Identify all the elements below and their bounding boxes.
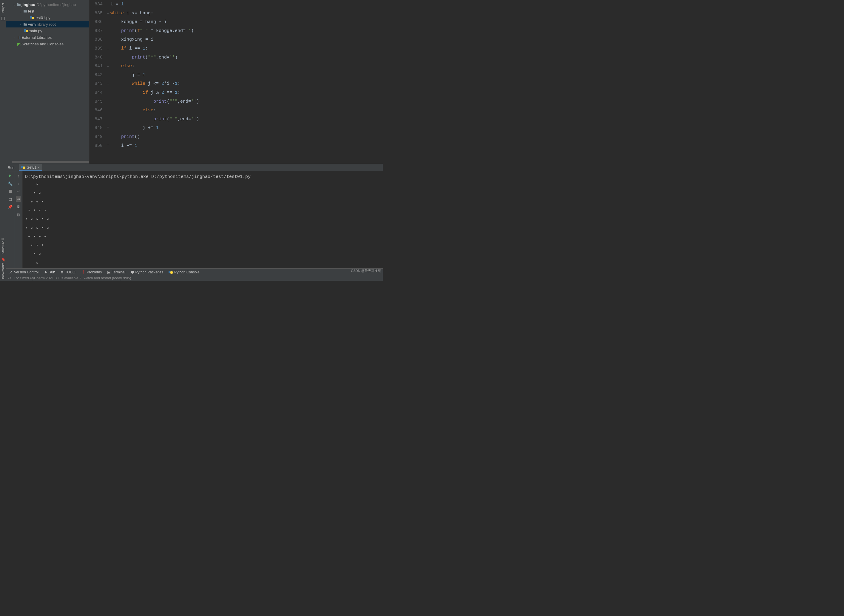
version-control-tab[interactable]: ⎇ Version Control [8, 270, 38, 274]
python-console-tab[interactable]: Python Console [169, 270, 199, 274]
notification-icon[interactable]: 🗨 [8, 276, 11, 280]
fold-toggle[interactable] [106, 106, 110, 115]
project-pane: ⌄ jinghao D:\pythonitems\jinghao ⌄ test … [6, 0, 89, 164]
fold-toggle[interactable]: ⌄ [106, 44, 110, 53]
python-packages-tab[interactable]: ⬢ Python Packages [131, 270, 163, 274]
close-icon[interactable]: × [38, 165, 40, 170]
fold-toggle[interactable]: ⌃ [106, 141, 110, 150]
fold-toggle[interactable] [106, 115, 110, 124]
python-file-icon [23, 29, 29, 33]
layout-icon[interactable]: ▤ [7, 197, 13, 202]
fold-toggle[interactable] [106, 88, 110, 97]
chevron-right-icon[interactable]: › [19, 23, 23, 26]
run-tab-name: test01 [26, 165, 37, 170]
code-line[interactable]: while j <= 2*i -1: [110, 79, 383, 88]
list-icon: ≣ [60, 270, 63, 274]
run-tab-bottom[interactable]: Run [44, 270, 55, 274]
run-tab[interactable]: test01 × [19, 164, 42, 171]
play-icon [45, 271, 47, 273]
fold-toggle[interactable]: ⌄ [106, 9, 110, 18]
fold-toggle[interactable] [106, 97, 110, 106]
tool-icon[interactable] [1, 17, 5, 20]
fold-toggle[interactable]: ⌄ [106, 79, 110, 88]
scratches-icon: ◩ [16, 42, 22, 46]
fold-toggle[interactable] [106, 132, 110, 141]
tree-file-test01[interactable]: test01.py [6, 14, 89, 21]
run-toolbar-left: 🔧 ▤ 📌 [6, 171, 14, 268]
warning-icon: ❗ [81, 270, 85, 274]
watermark: CSDN @景天科技苑 [351, 268, 381, 273]
code-line[interactable]: else: [110, 62, 383, 71]
status-bar: 🗨 Localized PyCharm 2021.3.1 is availabl… [6, 276, 383, 281]
svg-rect-0 [9, 190, 12, 193]
fold-toggle[interactable] [106, 35, 110, 44]
fold-toggle[interactable] [106, 0, 110, 9]
console-output[interactable]: D:\pythonitems\jinghao\venv\Scripts\pyth… [23, 171, 383, 268]
down-arrow-icon[interactable]: ↓ [16, 181, 21, 186]
run-toolbar-right: ↑ ↓ ⤶ ⇥ 🖶 🗑 [14, 171, 23, 268]
chevron-down-icon[interactable]: ⌄ [12, 3, 16, 6]
packages-icon: ⬢ [131, 270, 134, 274]
print-icon[interactable]: 🖶 [16, 204, 21, 210]
code-line[interactable]: xingxing = i [110, 35, 383, 44]
chevron-down-icon[interactable]: ⌄ [19, 10, 23, 13]
tree-file-main[interactable]: main.py [6, 28, 89, 34]
tree-scratches[interactable]: ◩ Scratches and Consoles [6, 41, 89, 47]
code-editor[interactable]: 8348358368378388398408418428438448458468… [89, 0, 383, 164]
run-header-label: Run: [8, 166, 15, 170]
todo-tab[interactable]: ≣ TODO [60, 270, 75, 274]
code-line[interactable]: if j % 2 == 1: [110, 88, 383, 97]
bookmarks-tool-tab[interactable]: Bookmarks 🔖 [1, 256, 5, 281]
up-arrow-icon[interactable]: ↑ [16, 173, 21, 179]
structure-tool-tab[interactable]: Structure ⠿ [1, 236, 5, 256]
python-icon [169, 270, 173, 274]
code-line[interactable]: if i == 1: [110, 44, 383, 53]
tree-root-path: D:\pythonitems\jinghao [37, 2, 76, 7]
left-tool-strip: Project Structure ⠿ Bookmarks 🔖 [0, 0, 6, 281]
fold-toggle[interactable] [106, 26, 110, 35]
soft-wrap-icon[interactable]: ⤶ [16, 189, 21, 194]
code-line[interactable]: else: [110, 106, 383, 115]
fold-toggle[interactable]: ⌃ [106, 123, 110, 132]
tree-folder-venv[interactable]: › venv library root [6, 21, 89, 28]
run-tool-window: Run: test01 × 🔧 ▤ 📌 ↑ ↓ ⤶ [6, 164, 383, 268]
code-line[interactable]: print(f" " * kongge,end='') [110, 26, 383, 35]
bottom-toolbar: ⎇ Version Control Run ≣ TODO ❗ Problems … [6, 268, 383, 276]
code-line[interactable]: j = 1 [110, 71, 383, 80]
tree-root-name: jinghao [22, 2, 35, 7]
code-line[interactable]: kongge = hang - i [110, 18, 383, 26]
scroll-to-end-icon[interactable]: ⇥ [16, 197, 21, 202]
wrench-icon[interactable]: 🔧 [7, 181, 13, 186]
fold-column[interactable]: ⌄⌄⌄⌄⌃⌃ [106, 0, 110, 164]
horizontal-scrollbar[interactable] [12, 161, 89, 163]
fold-toggle[interactable]: ⌄ [106, 62, 110, 71]
stop-button[interactable] [7, 189, 13, 194]
code-line[interactable]: print("*",end='') [110, 97, 383, 106]
problems-tab[interactable]: ❗ Problems [81, 270, 102, 274]
rerun-button[interactable] [7, 173, 13, 179]
python-file-icon [21, 165, 25, 170]
code-line[interactable]: print() [110, 132, 383, 141]
code-line[interactable]: i = 1 [110, 0, 383, 9]
status-message: Localized PyCharm 2021.3.1 is available … [14, 276, 131, 280]
python-file-icon [29, 16, 35, 20]
fold-toggle[interactable] [106, 18, 110, 26]
pin-icon[interactable]: 📌 [7, 204, 13, 210]
branch-icon: ⎇ [8, 270, 13, 274]
gutter-line-numbers: 8348358368378388398408418428438448458468… [89, 0, 106, 164]
code-line[interactable]: while i <= hang: [110, 9, 383, 18]
fold-toggle[interactable] [106, 53, 110, 62]
tree-root[interactable]: ⌄ jinghao D:\pythonitems\jinghao [6, 1, 89, 8]
fold-toggle[interactable] [106, 71, 110, 80]
terminal-tab[interactable]: ▣ Terminal [107, 270, 125, 274]
code-line[interactable]: print(" ",end='') [110, 115, 383, 124]
library-icon: ⫼ [16, 35, 22, 40]
code-line[interactable]: i += 1 [110, 141, 383, 150]
code-line[interactable]: j += 1 [110, 123, 383, 132]
trash-icon[interactable]: 🗑 [16, 212, 21, 217]
project-tool-tab[interactable]: Project [1, 1, 5, 15]
code-line[interactable]: print("*",end='') [110, 53, 383, 62]
chevron-right-icon[interactable]: › [12, 36, 16, 39]
tree-folder-test[interactable]: ⌄ test [6, 8, 89, 14]
tree-external-libraries[interactable]: › ⫼ External Libraries [6, 34, 89, 41]
